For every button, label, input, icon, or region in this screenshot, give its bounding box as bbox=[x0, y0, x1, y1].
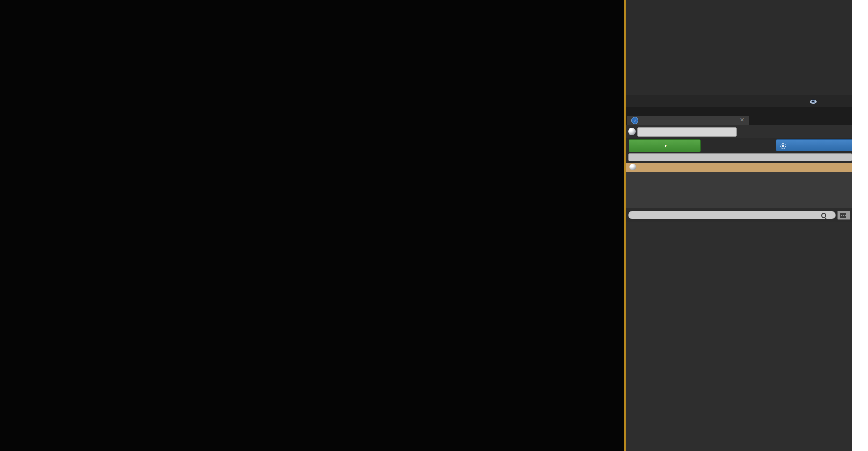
outliner-footer bbox=[626, 95, 852, 108]
app-window: i ✕ ▼ bbox=[0, 0, 868, 451]
level-label bbox=[539, 444, 542, 451]
chevron-down-icon: ▼ bbox=[664, 144, 668, 148]
property-search-row bbox=[626, 208, 852, 222]
property-grid bbox=[626, 222, 852, 451]
component-instance-row[interactable] bbox=[626, 163, 852, 172]
component-search-row bbox=[626, 153, 852, 163]
actor-name-row bbox=[626, 125, 852, 138]
property-search-input[interactable] bbox=[628, 211, 836, 219]
details-tabstrip: i ✕ bbox=[626, 107, 852, 125]
component-search-input[interactable] bbox=[628, 153, 852, 161]
instance-sphere-icon bbox=[629, 164, 636, 170]
details-tab-close-icon[interactable]: ✕ bbox=[740, 117, 744, 123]
viewport-panel-divider[interactable] bbox=[624, 0, 626, 451]
world-outliner-list bbox=[626, 0, 852, 95]
view-options-button[interactable] bbox=[810, 99, 852, 104]
details-buttons-row: ▼ bbox=[626, 138, 852, 153]
grid-view-button[interactable] bbox=[837, 211, 850, 220]
actor-sphere-icon bbox=[628, 128, 636, 135]
view-options-eye-icon bbox=[810, 100, 817, 104]
blueprint-add-script-button[interactable] bbox=[776, 139, 852, 151]
details-info-icon: i bbox=[631, 117, 638, 124]
viewport-scene bbox=[0, 0, 626, 451]
tab-details[interactable]: i ✕ bbox=[627, 116, 749, 125]
component-tree bbox=[626, 172, 852, 208]
actor-name-input[interactable] bbox=[637, 127, 737, 137]
gear-icon bbox=[780, 143, 786, 149]
3d-viewport[interactable] bbox=[0, 0, 626, 451]
editor-right-panel: i ✕ ▼ bbox=[626, 0, 852, 451]
white-margin bbox=[852, 0, 868, 451]
add-component-button[interactable]: ▼ bbox=[629, 139, 701, 152]
search-icon bbox=[821, 213, 826, 218]
